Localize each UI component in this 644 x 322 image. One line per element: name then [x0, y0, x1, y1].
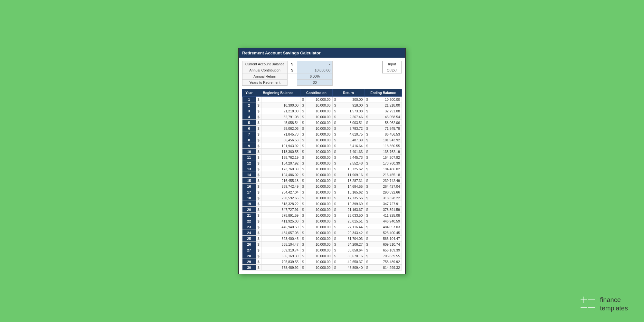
table-row: 17$264,427.04$10,000.00$16,165.62$290,59… [242, 189, 402, 195]
cell-return-dollar: $ [332, 166, 338, 172]
cell-end-dollar: $ [365, 97, 370, 102]
cell-beg-dollar: $ [256, 230, 261, 236]
current-balance-label: Current Account Balance [242, 61, 288, 67]
table-row: 28$656,169.39$10,000.00$39,670.16$705,83… [242, 253, 402, 259]
branding: finance templates [580, 296, 628, 312]
table-row: 8$86,456.53$10,000.00$5,487.39$101,943.9… [242, 137, 402, 143]
annual-return-value[interactable]: 6.00% [297, 73, 333, 80]
cell-return-dollar: $ [332, 218, 338, 224]
cell-return-dollar: $ [332, 143, 338, 149]
cell-beg-value: 135,762.19 [261, 155, 300, 160]
cell-return-value: 39,670.16 [338, 253, 365, 259]
cell-beg-dollar: $ [256, 195, 261, 201]
data-table: Year Beginning Balance Contribution Retu… [242, 89, 402, 270]
cell-beg-dollar: $ [256, 143, 261, 149]
current-balance-value[interactable]: - [297, 61, 333, 67]
cell-end-dollar: $ [365, 259, 370, 265]
years-to-retirement-value[interactable]: 30 [297, 80, 333, 86]
cell-return-dollar: $ [332, 230, 338, 236]
cell-end-value: 656,169.39 [370, 247, 402, 253]
cell-beg-value: 101,943.92 [261, 143, 300, 149]
cell-end-value: 565,104.47 [370, 236, 402, 242]
cell-contrib-value: 10,000.00 [306, 126, 332, 131]
cell-return-value: 4,610.75 [338, 131, 365, 137]
brand-logo-icon [580, 296, 596, 312]
cell-contrib-value: 10,000.00 [306, 218, 332, 224]
cell-beg-value: 173,760.39 [261, 166, 300, 172]
cell-beg-dollar: $ [256, 236, 261, 242]
cell-year: 21 [242, 213, 256, 218]
cell-contrib-dollar: $ [300, 259, 306, 265]
cell-end-value: 71,845.78 [370, 126, 402, 131]
cell-year: 24 [242, 230, 256, 236]
cell-contrib-value: 10,000.00 [306, 166, 332, 172]
cell-return-dollar: $ [332, 137, 338, 143]
annual-contribution-value[interactable]: 10,000.00 [297, 67, 333, 73]
cell-year: 2 [242, 102, 256, 108]
cell-return-value: 34,206.27 [338, 242, 365, 247]
cell-beg-value: 446,940.59 [261, 224, 300, 230]
cell-return-value: 1,573.08 [338, 108, 365, 114]
legend-output: Output [383, 67, 402, 73]
table-row: 14$194,486.02$10,000.00$11,969.16$216,45… [242, 172, 402, 178]
cell-return-value: 5,487.39 [338, 137, 365, 143]
cell-return-dollar: $ [332, 253, 338, 259]
cell-contrib-value: 10,000.00 [306, 195, 332, 201]
cell-year: 18 [242, 195, 256, 201]
cell-contrib-dollar: $ [300, 207, 306, 213]
cell-year: 4 [242, 114, 256, 120]
cell-beg-dollar: $ [256, 265, 261, 270]
cell-beg-value: 71,845.78 [261, 131, 300, 137]
cell-return-value: 9,552.48 [338, 160, 365, 166]
cell-contrib-dollar: $ [300, 143, 306, 149]
annual-contribution-dollar: $ [288, 67, 297, 73]
cell-beg-dollar: $ [256, 189, 261, 195]
brand-text: finance templates [600, 296, 628, 312]
cell-contrib-value: 10,000.00 [306, 97, 332, 102]
cell-year: 27 [242, 247, 256, 253]
cell-end-dollar: $ [365, 201, 370, 207]
cell-beg-dollar: $ [256, 247, 261, 253]
table-row: 3$21,218.00$10,000.00$1,573.08$32,791.08 [242, 108, 402, 114]
cell-beg-dollar: $ [256, 97, 261, 102]
cell-contrib-dollar: $ [300, 195, 306, 201]
cell-year: 3 [242, 108, 256, 114]
cell-end-value: 523,400.45 [370, 230, 402, 236]
cell-end-value: 21,218.00 [370, 102, 402, 108]
cell-return-dollar: $ [332, 207, 338, 213]
cell-return-value: 7,401.63 [338, 149, 365, 155]
cell-beg-value: 565,104.47 [261, 242, 300, 247]
cell-end-value: 86,456.53 [370, 131, 402, 137]
table-header-row: Year Beginning Balance Contribution Retu… [242, 89, 402, 97]
cell-year: 5 [242, 120, 256, 126]
inputs-table: Current Account Balance $ - Input Annual… [242, 61, 402, 86]
cell-beg-value: 239,742.49 [261, 184, 300, 189]
cell-year: 15 [242, 178, 256, 184]
cell-beg-dollar: $ [256, 137, 261, 143]
brand-finance: finance [600, 296, 628, 304]
cell-return-value: 29,343.42 [338, 230, 365, 236]
cell-year: 23 [242, 224, 256, 230]
cell-contrib-value: 10,000.00 [306, 189, 332, 195]
annual-contribution-row: Annual Contribution $ 10,000.00 Output [242, 67, 402, 73]
cell-beg-value: 32,791.08 [261, 114, 300, 120]
cell-beg-value: 290,592.66 [261, 195, 300, 201]
cell-return-dollar: $ [332, 131, 338, 137]
cell-beg-value: 609,310.74 [261, 247, 300, 253]
cell-end-dollar: $ [365, 108, 370, 114]
cell-end-dollar: $ [365, 131, 370, 137]
cell-end-dollar: $ [365, 149, 370, 155]
col-beginning-balance: Beginning Balance [256, 89, 300, 97]
cell-contrib-dollar: $ [300, 242, 306, 247]
table-row: 21$378,891.59$10,000.00$23,033.50$411,92… [242, 213, 402, 218]
table-row: 18$290,592.66$10,000.00$17,735.56$318,32… [242, 195, 402, 201]
cell-end-dollar: $ [365, 207, 370, 213]
cell-end-dollar: $ [365, 184, 370, 189]
cell-end-value: 378,891.59 [370, 207, 402, 213]
cell-year: 6 [242, 126, 256, 131]
cell-return-dollar: $ [332, 265, 338, 270]
cell-beg-value: 705,839.55 [261, 259, 300, 265]
cell-end-value: 10,300.00 [370, 97, 402, 102]
cell-end-dollar: $ [365, 236, 370, 242]
cell-contrib-value: 10,000.00 [306, 184, 332, 189]
